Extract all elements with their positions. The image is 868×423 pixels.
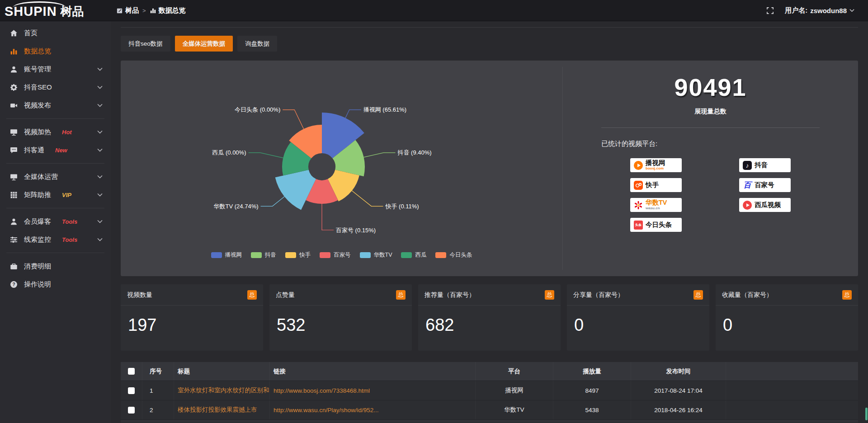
sidebar-item-tag: VIP xyxy=(62,192,71,198)
stat-card-value: 682 xyxy=(418,306,561,335)
total-badge[interactable]: 总 xyxy=(545,290,554,300)
legend-item-西瓜[interactable]: 西瓜 xyxy=(401,251,426,259)
sidebar-item-tag: New xyxy=(55,147,67,154)
total-badge[interactable]: 总 xyxy=(842,290,852,300)
platform-badge-text: 华数TVwasu.cn xyxy=(646,199,667,210)
home-icon xyxy=(10,29,18,37)
sidebar-item-label: 操作说明 xyxy=(24,280,51,289)
nightingale-pie-svg[interactable]: 播视网 (65.61%)抖音 (9.40%)快手 (0.11%)百家号 (0.1… xyxy=(121,61,562,276)
legend-item-抖音[interactable]: 抖音 xyxy=(251,251,276,259)
sidebar-item-media-ops[interactable]: 全媒体运营 xyxy=(0,168,111,186)
breadcrumb-home[interactable]: 树品 xyxy=(116,6,139,15)
stat-card-title: 收藏量（百家号） xyxy=(722,291,773,299)
table-cell-link[interactable]: http://www.boosj.com/7338468.html xyxy=(270,381,476,400)
stat-card-视频数量: 视频数量总197 xyxy=(121,284,263,351)
kuaishou-logo xyxy=(634,181,643,190)
pie-label-line xyxy=(261,197,285,206)
total-badge[interactable]: 总 xyxy=(693,290,703,300)
chevron-down-icon xyxy=(97,193,103,197)
stat-card-value: 197 xyxy=(121,306,263,335)
select-all-checkbox[interactable] xyxy=(128,368,135,375)
stat-card-title: 推荐量（百家号） xyxy=(425,291,475,299)
tab-media-ops-data[interactable]: 全媒体运营数据 xyxy=(175,36,233,52)
chart-panel: 播视网 (65.61%)抖音 (9.40%)快手 (0.11%)百家号 (0.1… xyxy=(121,61,858,276)
table-cell-time: 2017-08-24 17:04 xyxy=(631,381,726,400)
platform-badge-快手[interactable]: 快手 xyxy=(630,178,682,192)
platform-badge-播视网[interactable]: 播视网boosj.com xyxy=(630,158,682,172)
sidebar-item-member-burst[interactable]: 会员爆客Tools xyxy=(0,212,111,230)
platform-badge-抖音[interactable]: ♪抖音 xyxy=(739,158,791,172)
platform-badge-华数TV[interactable]: 华数TVwasu.cn xyxy=(630,198,682,212)
sidebar-item-spend-detail[interactable]: 消费明细 xyxy=(0,257,111,275)
stat-card-header: 收藏量（百家号）总 xyxy=(716,284,858,306)
pie-label-line xyxy=(352,191,383,206)
platform-badge-百家号[interactable]: 百百家号 xyxy=(739,178,791,192)
legend-label: 播视网 xyxy=(225,251,242,259)
platforms-title: 已统计的视频平台: xyxy=(601,140,820,148)
legend-label: 快手 xyxy=(299,251,311,259)
scrollbar-thumb[interactable] xyxy=(865,408,868,420)
sidebar-item-data-overview[interactable]: 数据总览 xyxy=(0,42,111,60)
total-impressions-label: 展现量总数 xyxy=(601,108,820,116)
table-header-index: 序号 xyxy=(142,362,174,381)
monitor-icon xyxy=(10,173,18,181)
row-checkbox[interactable] xyxy=(128,407,135,414)
pie-chart: 播视网 (65.61%)抖音 (9.40%)快手 (0.11%)百家号 (0.1… xyxy=(121,61,562,276)
sidebar-item-doketong[interactable]: 抖客通New xyxy=(0,141,111,159)
table-cell-link[interactable]: http://www.wasu.cn/Play/show/id/952... xyxy=(270,400,476,419)
total-impressions-value: 90491 xyxy=(601,73,820,101)
platform-subtext: boosj.com xyxy=(646,167,665,171)
platform-badge-西瓜视频[interactable]: 西瓜视频 xyxy=(739,198,791,212)
sidebar-item-video-heat[interactable]: 视频加热Hot xyxy=(0,123,111,141)
app-logo[interactable]: SHUPIN 树品 xyxy=(0,0,111,21)
stat-card-title: 视频数量 xyxy=(127,291,152,299)
table-header-time: 发布时间 xyxy=(631,362,726,381)
table-header-checkbox-cell xyxy=(121,362,142,381)
sidebar-divider xyxy=(6,163,104,164)
legend-item-快手[interactable]: 快手 xyxy=(285,251,311,259)
user-menu[interactable]: 用户名: zswodun88 xyxy=(785,6,854,15)
chevron-down-icon xyxy=(97,103,103,107)
sidebar-item-douyin-seo[interactable]: 抖音SEO xyxy=(0,78,111,96)
chevron-down-icon xyxy=(849,9,854,12)
table-header-row: 序号标题链接平台播放量发布时间 xyxy=(121,362,858,381)
legend-item-百家号[interactable]: 百家号 xyxy=(320,251,351,259)
platform-badge-今日头条[interactable]: 头条今日头条 xyxy=(630,218,682,232)
sliders-icon xyxy=(10,236,18,244)
legend-label: 西瓜 xyxy=(415,251,426,259)
sidebar-item-label: 数据总览 xyxy=(24,47,51,56)
sidebar-item-video-publish[interactable]: 视频发布 xyxy=(0,96,111,114)
total-badge[interactable]: 总 xyxy=(247,290,257,300)
row-checkbox[interactable] xyxy=(128,387,135,394)
sidebar-item-matrix-boost[interactable]: 矩阵助推VIP xyxy=(0,186,111,204)
stat-card-title: 点赞量 xyxy=(276,291,295,299)
sidebar-item-account[interactable]: 账号管理 xyxy=(0,60,111,78)
toutiao-logo: 头条 xyxy=(634,221,643,230)
legend-item-今日头条[interactable]: 今日头条 xyxy=(435,251,472,259)
platform-badge-text: 快手 xyxy=(646,182,659,188)
baijiahao-logo: 百 xyxy=(743,181,752,190)
stat-card-value: 532 xyxy=(269,306,412,335)
legend-item-华数TV[interactable]: 华数TV xyxy=(360,251,392,259)
breadcrumb-current[interactable]: 数据总览 xyxy=(150,6,186,15)
xigua-logo xyxy=(743,201,752,210)
summary-section: 90491 展现量总数 已统计的视频平台: 播视网boosj.com快手华数TV… xyxy=(563,61,858,276)
table-cell-title[interactable]: 室外水纹灯和室内水纹灯的区别和简介 xyxy=(174,381,270,400)
tab-inquiry-data[interactable]: 询盘数据 xyxy=(237,36,277,52)
app-window-icon xyxy=(116,7,123,14)
table-cell-title[interactable]: 楼体投影灯投影效果震撼上市 xyxy=(174,400,270,419)
pie-slice-华数TV[interactable] xyxy=(275,170,316,210)
wallet-icon xyxy=(10,263,18,270)
platform-subtext: wasu.cn xyxy=(646,207,667,211)
sidebar-item-clue-monitor[interactable]: 线索监控Tools xyxy=(0,230,111,249)
stat-card-点赞量: 点赞量总532 xyxy=(269,284,412,351)
stat-card-value: 0 xyxy=(567,306,709,335)
fullscreen-icon[interactable] xyxy=(766,7,774,14)
tab-douyin-seo-data[interactable]: 抖音seo数据 xyxy=(121,36,170,52)
legend-item-播视网[interactable]: 播视网 xyxy=(211,251,242,259)
legend-swatch xyxy=(435,252,446,258)
sidebar-item-help[interactable]: ?操作说明 xyxy=(0,275,111,293)
sidebar-item-home[interactable]: 首页 xyxy=(0,24,111,42)
table-cell-extra xyxy=(726,400,858,419)
total-badge[interactable]: 总 xyxy=(396,290,406,300)
